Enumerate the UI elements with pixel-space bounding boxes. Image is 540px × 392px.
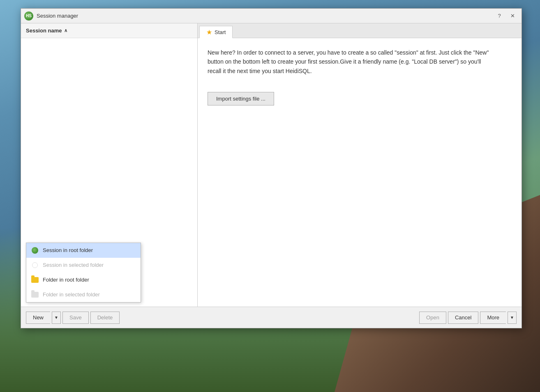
open-button[interactable]: Open [419, 312, 446, 324]
titlebar: HS Session manager ? ✕ [21, 9, 522, 23]
session-list-header: Session name ∧ [21, 23, 197, 38]
dropdown-item-folder-root[interactable]: Folder in root folder [26, 273, 141, 287]
close-button[interactable]: ✕ [507, 11, 518, 21]
import-settings-button[interactable]: Import settings file ... [208, 92, 274, 105]
dropdown-label-session-root: Session in root folder [43, 247, 93, 253]
footer-right-buttons: Open Cancel More ▼ [419, 312, 517, 324]
star-icon: ★ [206, 28, 212, 36]
icon-session-selected [31, 261, 39, 269]
content-area: New here? In order to connect to a serve… [198, 38, 522, 307]
dropdown-label-folder-selected: Folder in selected folder [43, 291, 100, 298]
app-logo: HS [24, 11, 33, 21]
dropdown-item-session-selected: Session in selected folder [26, 258, 141, 273]
tab-start-label: Start [215, 29, 226, 35]
dropdown-item-session-root[interactable]: Session in root folder [26, 243, 141, 258]
dropdown-item-folder-selected: Folder in selected folder [26, 287, 141, 302]
dropdown-label-folder-root: Folder in root folder [43, 277, 89, 283]
footer-left-buttons: Session in root folderSession in selecte… [26, 312, 120, 324]
new-dropdown-menu: Session in root folderSession in selecte… [26, 243, 141, 303]
delete-button[interactable]: Delete [90, 312, 120, 324]
save-button[interactable]: Save [62, 312, 89, 324]
titlebar-buttons: ? ✕ [494, 11, 518, 21]
new-button[interactable]: New [26, 312, 50, 324]
right-panel: ★ Start New here? In order to connect to… [198, 23, 522, 307]
icon-session-root [31, 247, 39, 254]
tab-start[interactable]: ★ Start [199, 26, 233, 38]
cancel-button[interactable]: Cancel [448, 312, 478, 324]
more-dropdown-arrow[interactable]: ▼ [508, 312, 517, 324]
icon-folder-selected [31, 291, 39, 298]
more-button[interactable]: More [480, 312, 506, 324]
icon-folder-root [31, 276, 39, 284]
tab-bar: ★ Start [198, 23, 522, 38]
dialog-footer: Session in root folderSession in selecte… [21, 307, 522, 328]
sort-arrow-icon: ∧ [64, 28, 67, 33]
dialog-title: Session manager [37, 13, 494, 19]
welcome-text: New here? In order to connect to a serve… [208, 48, 495, 76]
new-dropdown-arrow[interactable]: ▼ [52, 312, 61, 324]
help-button[interactable]: ? [494, 11, 505, 21]
session-manager-dialog: HS Session manager ? ✕ Session name ∧ ★ … [21, 8, 522, 328]
session-name-label: Session name [26, 28, 62, 34]
dropdown-label-session-selected: Session in selected folder [43, 262, 104, 268]
